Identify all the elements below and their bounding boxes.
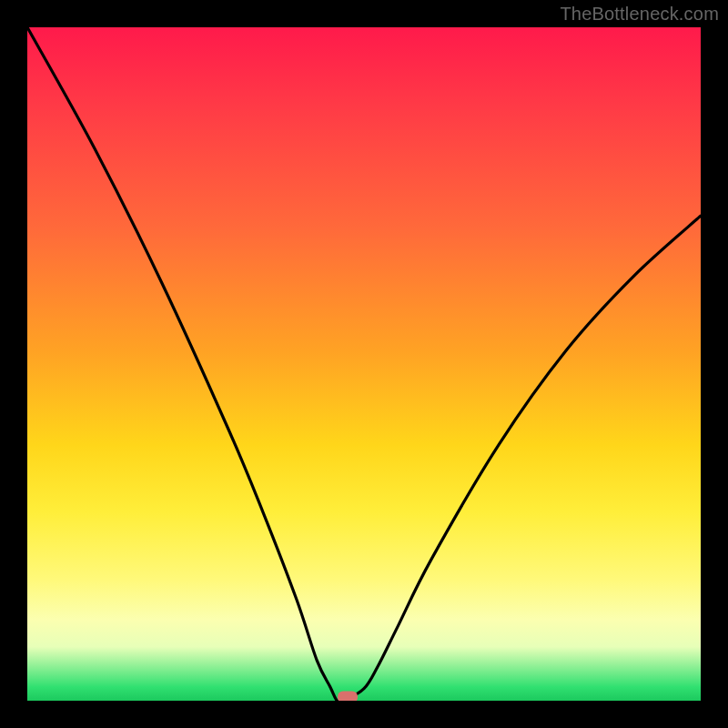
plot-area (27, 27, 701, 701)
chart-frame: TheBottleneck.com (0, 0, 728, 728)
bottleneck-curve (27, 27, 701, 701)
watermark-text: TheBottleneck.com (560, 4, 719, 25)
optimum-marker-icon (338, 691, 358, 701)
